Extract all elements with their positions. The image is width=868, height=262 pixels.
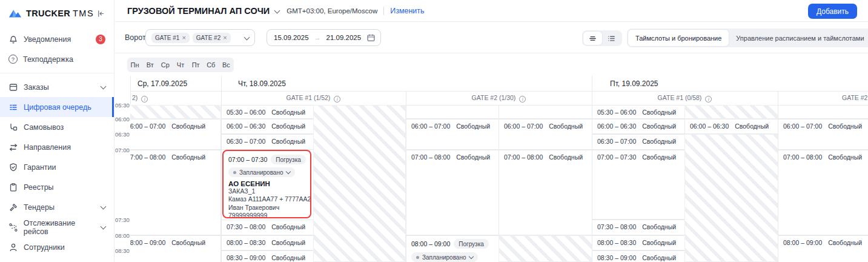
chevron-down-icon <box>468 254 473 259</box>
timeslot-cell[interactable]: 05:30 – 06:00Свободный <box>592 105 685 119</box>
gate-chip[interactable]: GATE #1 × <box>151 33 190 43</box>
sidebar-item-pickup[interactable]: Самовывоз <box>0 117 114 137</box>
date-range-picker[interactable]: 15.09.2025 → 21.09.2025 <box>267 29 381 46</box>
info-icon[interactable]: i <box>334 96 340 102</box>
weekday-mon[interactable]: Пн <box>127 58 142 72</box>
toolbar: Ворота GATE #1 × GATE #2 × 15.09.2025 → … <box>115 22 868 53</box>
info-icon[interactable]: i <box>141 96 148 102</box>
timeslot-cell[interactable]: 06:00 – 06:30Свободный <box>684 119 778 134</box>
slot-time: 06:30 – 07:00 <box>227 138 265 145</box>
sidebar-item-tenders[interactable]: Тендеры <box>0 197 114 217</box>
sidebar-item-registries[interactable]: Реестры <box>0 177 114 197</box>
timeslot-cell[interactable]: 07:30 – 08:00Свободный <box>592 220 685 235</box>
slot-status: Свободный <box>642 123 676 130</box>
sidebar-item-employees[interactable]: Сотрудники <box>0 237 114 257</box>
slot-time: 06:00 – 07:00 <box>504 123 543 130</box>
timeslot-cell-empty[interactable] <box>499 105 592 119</box>
timeslot-cell[interactable]: 06:00 – 07:00Свободный <box>499 119 592 150</box>
unavailable-area <box>499 235 592 262</box>
sidebar-item-trip-tracking[interactable]: Отслеживание рейсов <box>0 217 114 237</box>
booking-cell[interactable]: 08:00 – 09:00 Погрузка Запланировано <box>406 235 499 262</box>
slot-time: 06:00 – 06:30 <box>227 123 265 130</box>
info-icon[interactable]: i <box>519 96 526 102</box>
booking-card-selected[interactable]: 07:00 – 07:30 Погрузка Запланировано АО … <box>222 150 311 218</box>
slot-status: Свободный <box>171 123 205 130</box>
timeslot-cell[interactable]: 06:00 – 07:00Свободный <box>406 119 499 150</box>
column-thu-gate1: 05:30 – 06:00Свободный 06:00 – 06:30Своб… <box>221 105 314 262</box>
close-icon[interactable]: × <box>182 35 185 41</box>
weekday-tue[interactable]: Вт <box>142 58 157 72</box>
chevron-down-icon <box>285 169 290 174</box>
weekday-sat[interactable]: Сб <box>204 58 219 72</box>
edit-link[interactable]: Изменить <box>390 7 424 15</box>
timeslot-cell[interactable]: 07:30 – 08:00Свободный <box>221 220 314 235</box>
date-to: 21.09.2025 <box>326 34 362 41</box>
timeslot-cell-empty[interactable] <box>406 105 499 119</box>
view-toggle-list[interactable] <box>602 32 621 45</box>
booking-order: ЗАКАЗ_1 <box>228 187 305 195</box>
bell-icon <box>8 35 18 44</box>
tab-schedule-management[interactable]: Управление расписанием и таймслотами <box>729 30 868 46</box>
slot-status: Свободный <box>271 109 305 116</box>
booking-driver: Иван Тракерович <box>228 204 305 212</box>
logo-row: TRUCKER TMS <box>0 0 114 27</box>
timeslot-cell[interactable]: 07:00 – 07:30Свободный <box>592 150 685 220</box>
sidebar-item-orders[interactable]: Заказы <box>0 77 114 97</box>
timeslot-cell[interactable]: 07:00 – 08:00Свободный <box>406 150 499 235</box>
gate-chip[interactable]: GATE #2 × <box>193 33 231 43</box>
slot-time: 08:00 – 09:00 <box>130 239 165 246</box>
timeslot-cell[interactable]: 07:00 – 08:00Свободный <box>130 150 221 235</box>
timeslot-cell[interactable]: 06:00 – 07:00Свободный <box>778 119 868 150</box>
booking-status-badge[interactable]: Запланировано <box>411 252 478 262</box>
gate-chip-label: GATE #1 <box>155 35 179 41</box>
gates-multiselect[interactable]: GATE #1 × GATE #2 × <box>145 29 255 46</box>
weekday-sun[interactable]: Вс <box>219 58 234 72</box>
timeslot-cell[interactable]: 08:00 – 09:00Свободный <box>130 235 221 262</box>
timeslot-cell[interactable]: 07:00 – 08:00Свободный <box>499 150 592 235</box>
timeslot-cell[interactable]: 08:00 – 08:30Свободный <box>592 235 685 250</box>
orders-icon <box>8 82 18 92</box>
sidebar-item-notifications[interactable]: Уведомления 3 <box>0 29 114 49</box>
timezone-label: GMT+03:00, Europe/Moscow <box>287 7 377 15</box>
weekday-wed[interactable]: Ср <box>157 58 173 72</box>
timeslot-cell[interactable]: 06:00 – 07:00Свободный <box>130 119 221 150</box>
time-label: 07:00 <box>115 147 128 153</box>
sidebar-divider <box>0 73 114 73</box>
slot-time: 08:00 – 08:30 <box>227 239 265 246</box>
timeslot-cell[interactable]: 06:30 – 07:00Свободный <box>221 134 314 150</box>
sidebar-item-digital-queue[interactable]: Цифровая очередь <box>0 97 114 117</box>
timeslot-cell[interactable]: 08:00 – 09:00Свободный <box>778 235 868 262</box>
timeslot-cell[interactable]: 06:30 – 07:00Свободный <box>592 134 685 150</box>
view-toggle-compact[interactable] <box>583 32 602 45</box>
sidebar-item-directions[interactable]: Направления <box>0 137 114 157</box>
column-thu-gate2: 06:00 – 07:00Свободный 07:00 – 08:00Своб… <box>406 105 499 262</box>
sidebar-item-label: Реестры <box>24 183 54 192</box>
timeslot-cell[interactable]: 08:30 – 09:00Свободный <box>221 250 314 262</box>
timeslot-cell[interactable]: 07:00 – 08:00Свободный <box>778 150 868 235</box>
timeslot-cell[interactable]: 08:30 – 09:00Свободный <box>592 250 685 262</box>
sidebar-item-support[interactable]: ? Техподдержка <box>0 49 114 69</box>
timeslot-cell[interactable]: 05:30 – 06:00Свободный <box>221 105 314 119</box>
weekday-fri[interactable]: Пт <box>188 58 204 72</box>
add-button[interactable]: Добавить <box>808 4 857 19</box>
tab-timeslots-booking[interactable]: Таймслоты и бронирование <box>628 30 729 46</box>
chevron-down-icon[interactable] <box>274 8 280 14</box>
slot-status: Свободный <box>642 138 676 145</box>
sidebar-collapse-button[interactable] <box>96 9 105 18</box>
info-icon[interactable]: i <box>705 96 712 102</box>
slot-status: Свободный <box>735 123 769 130</box>
slot-time: 08:00 – 08:30 <box>597 239 636 246</box>
help-icon: ? <box>8 55 18 64</box>
timeslot-cell[interactable]: 06:00 – 06:30Свободный <box>592 119 685 134</box>
sidebar-item-warranties[interactable]: Гарантии <box>0 157 114 177</box>
close-icon[interactable]: × <box>223 35 227 41</box>
status-dot-icon <box>416 256 419 259</box>
slot-time: 08:30 – 09:00 <box>597 254 636 261</box>
weekday-thu[interactable]: Чт <box>173 58 188 72</box>
slot-status: Свободный <box>642 239 676 246</box>
column-thu-gate1-unavailable <box>313 105 406 262</box>
timeslot-cell[interactable]: 06:00 – 06:30Свободный <box>221 119 314 134</box>
timeslot-cell-empty[interactable] <box>778 105 868 119</box>
booking-status-badge[interactable]: Запланировано <box>228 167 295 177</box>
timeslot-cell[interactable]: 08:00 – 08:30Свободный <box>221 235 314 250</box>
